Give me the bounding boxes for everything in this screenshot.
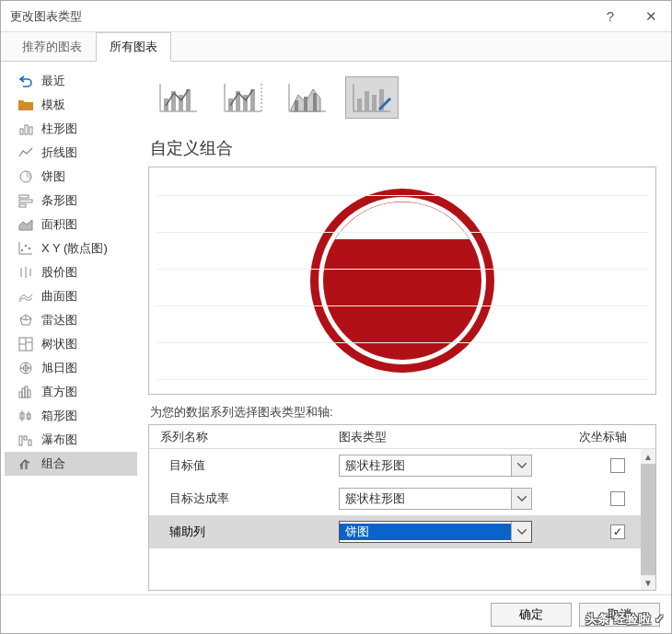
- secondary-axis-checkbox[interactable]: ✓: [610, 524, 625, 539]
- svg-rect-30: [28, 390, 30, 398]
- histogram-chart-icon: [17, 384, 34, 400]
- svg-rect-39: [25, 461, 28, 469]
- svg-point-10: [25, 245, 27, 247]
- sidebar-item-label: 条形图: [41, 192, 77, 209]
- sidebar-item-area[interactable]: 面积图: [5, 213, 137, 236]
- chart-preview[interactable]: [148, 167, 656, 395]
- sidebar-item-treemap[interactable]: 树状图: [5, 332, 137, 356]
- help-button[interactable]: ?: [590, 1, 631, 32]
- svg-rect-57: [313, 93, 317, 111]
- radar-chart-icon: [17, 312, 34, 329]
- chevron-down-icon[interactable]: [511, 489, 531, 509]
- sidebar-item-label: X Y (散点图): [41, 240, 108, 257]
- chart-category-sidebar: 最近 模板 柱形图 折线图: [1, 62, 141, 594]
- sidebar-item-combo[interactable]: 组合: [5, 452, 137, 476]
- sidebar-item-label: 柱形图: [41, 121, 77, 137]
- secondary-axis-checkbox[interactable]: [610, 458, 625, 473]
- combo-selected-text: 簇状柱形图: [340, 457, 511, 474]
- svg-rect-2: [29, 127, 32, 134]
- sidebar-item-pie[interactable]: 饼图: [5, 165, 137, 189]
- titlebar: 更改图表类型 ? ✕: [1, 1, 671, 32]
- svg-rect-55: [295, 100, 298, 111]
- chart-type-combo[interactable]: 簇状柱形图: [339, 488, 532, 510]
- svg-rect-60: [357, 98, 362, 111]
- sidebar-item-histogram[interactable]: 直方图: [5, 380, 137, 404]
- stock-chart-icon: [17, 264, 34, 281]
- combo-subtype-3[interactable]: [281, 76, 334, 119]
- close-button[interactable]: ✕: [631, 1, 671, 32]
- svg-rect-62: [372, 95, 377, 111]
- sidebar-item-scatter[interactable]: X Y (散点图): [5, 236, 137, 260]
- svg-point-11: [29, 248, 30, 249]
- change-chart-type-dialog: 更改图表类型 ? ✕ 推荐的图表 所有图表 最近 模板: [0, 0, 672, 634]
- sidebar-item-stock[interactable]: 股价图: [5, 260, 137, 284]
- combo-selected-text: 饼图: [340, 524, 511, 540]
- waterfall-chart-icon: [17, 432, 34, 448]
- svg-rect-61: [365, 91, 369, 111]
- header-secondary-axis: 次坐标轴: [571, 429, 635, 445]
- sidebar-item-radar[interactable]: 雷达图: [5, 308, 137, 332]
- sidebar-item-line[interactable]: 折线图: [5, 141, 137, 165]
- combo-subtype-row: [148, 71, 656, 128]
- sidebar-item-bar[interactable]: 条形图: [5, 189, 137, 213]
- scroll-up-icon[interactable]: ▲: [641, 449, 655, 464]
- pie-chart-icon: [17, 168, 34, 185]
- combo-subtype-custom[interactable]: [345, 76, 399, 119]
- chart-type-combo[interactable]: 簇状柱形图: [339, 455, 532, 477]
- sidebar-item-label: 模板: [41, 97, 65, 113]
- area-chart-icon: [17, 216, 34, 233]
- box-whisker-icon: [17, 408, 34, 424]
- tab-bar: 推荐的图表 所有图表: [1, 32, 671, 62]
- sidebar-item-column[interactable]: 柱形图: [5, 117, 137, 141]
- sidebar-item-surface[interactable]: 曲面图: [5, 284, 137, 308]
- sidebar-item-label: 面积图: [41, 216, 77, 233]
- sidebar-item-recent[interactable]: 最近: [5, 69, 137, 93]
- svg-rect-0: [20, 129, 23, 134]
- svg-rect-56: [304, 97, 307, 111]
- svg-rect-37: [29, 440, 31, 445]
- folder-icon: [17, 97, 34, 113]
- sidebar-item-waterfall[interactable]: 瀑布图: [5, 428, 137, 452]
- svg-point-9: [21, 249, 23, 251]
- series-scrollbar[interactable]: ▲ ▼: [641, 449, 655, 590]
- tab-recommended-charts[interactable]: 推荐的图表: [8, 32, 96, 62]
- combo-subtype-2[interactable]: [216, 76, 270, 119]
- series-row-target-value[interactable]: 目标值 簇状柱形图: [149, 449, 655, 482]
- chevron-down-icon[interactable]: [511, 522, 531, 542]
- sidebar-item-label: 饼图: [41, 168, 65, 185]
- sidebar-item-templates[interactable]: 模板: [5, 93, 137, 117]
- sunburst-chart-icon: [17, 360, 34, 376]
- sidebar-item-box-whisker[interactable]: 箱形图: [5, 404, 137, 428]
- scatter-chart-icon: [17, 240, 34, 257]
- treemap-chart-icon: [17, 336, 34, 352]
- chevron-down-icon[interactable]: [511, 455, 531, 476]
- ok-button[interactable]: 确定: [491, 603, 572, 627]
- scroll-track[interactable]: [641, 464, 655, 575]
- secondary-axis-checkbox[interactable]: [610, 491, 625, 506]
- custom-combo-title: 自定义组合: [150, 137, 656, 159]
- series-prompt: 为您的数据系列选择图表类型和轴:: [150, 404, 656, 421]
- series-row-helper-column[interactable]: 辅助列 饼图 ✓: [149, 515, 655, 548]
- sidebar-item-sunburst[interactable]: 旭日图: [5, 356, 137, 380]
- series-row-completion-rate[interactable]: 目标达成率 簇状柱形图: [149, 482, 655, 515]
- dialog-title: 更改图表类型: [10, 8, 590, 25]
- undo-icon: [17, 73, 34, 89]
- dialog-footer: 确定 取消: [1, 594, 671, 633]
- series-config-box: 系列名称 图表类型 次坐标轴 目标值 簇状柱形图: [148, 424, 656, 591]
- combo-chart-icon: [17, 455, 34, 472]
- scroll-down-icon[interactable]: ▼: [641, 575, 655, 590]
- sidebar-item-label: 折线图: [41, 144, 77, 161]
- svg-rect-1: [25, 125, 28, 134]
- tab-all-charts[interactable]: 所有图表: [96, 32, 171, 62]
- combo-subtype-1[interactable]: [152, 76, 205, 119]
- chart-type-combo[interactable]: 饼图: [339, 521, 532, 543]
- pie-preview-icon: [306, 184, 499, 377]
- sidebar-item-label: 箱形图: [41, 408, 77, 424]
- main-panel: 自定义组合 为您的数据系列选择图表类型和轴: 系列名称: [141, 62, 671, 594]
- series-header-row: 系列名称 图表类型 次坐标轴: [149, 425, 655, 449]
- svg-rect-4: [19, 195, 29, 198]
- svg-rect-35: [19, 436, 22, 445]
- sidebar-item-label: 直方图: [41, 384, 77, 400]
- header-series-name: 系列名称: [155, 429, 339, 445]
- sidebar-item-label: 股价图: [41, 264, 77, 281]
